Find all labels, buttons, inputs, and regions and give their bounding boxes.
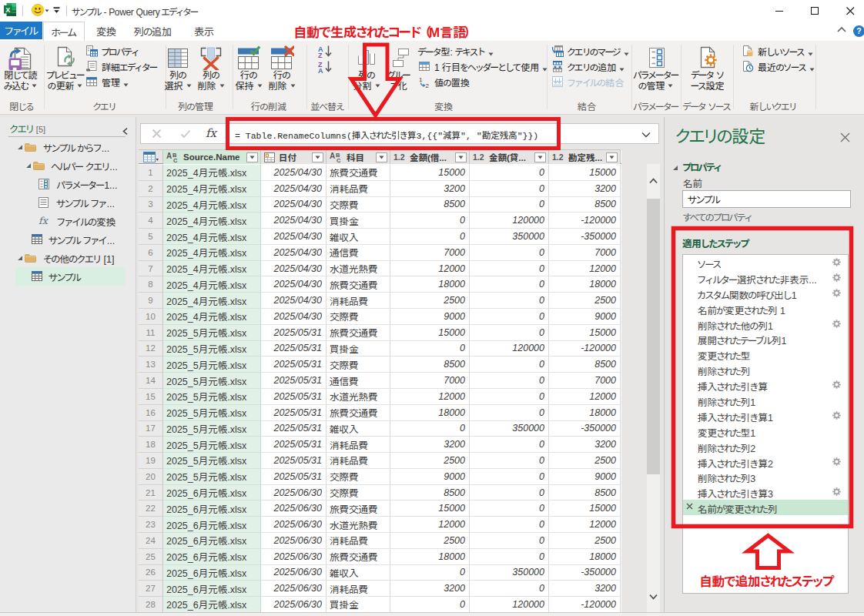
step-settings-gear-icon[interactable] — [832, 380, 841, 389]
cell[interactable]: 交際費 — [327, 357, 390, 373]
cell[interactable]: 120000 — [470, 213, 549, 229]
cell[interactable]: -120000 — [549, 597, 621, 612]
cell[interactable]: 旅費交通費 — [327, 276, 390, 293]
applied-step[interactable]: 挿入された引き算1 — [683, 408, 848, 424]
cell[interactable]: 2025_5月元帳.xlsx — [163, 373, 261, 389]
cell[interactable]: 2025_6月元帳.xlsx — [163, 533, 261, 549]
ribbon-button-advanced-editor[interactable]: 詳細エディター — [85, 59, 157, 74]
cell[interactable]: 2025_4月元帳.xlsx — [163, 181, 261, 197]
delete-step-icon[interactable] — [686, 503, 693, 510]
cell[interactable]: 2025/04/30 — [261, 213, 327, 229]
cell[interactable]: 12000 — [390, 389, 470, 405]
cell[interactable]: 水道光熱費 — [327, 389, 390, 405]
cell[interactable]: 7000 — [549, 245, 621, 261]
column-header-debit[interactable]: 1.2金額(借... — [390, 149, 470, 164]
cell[interactable]: 8500 — [549, 485, 621, 501]
cell[interactable]: 15000 — [390, 500, 470, 517]
cell[interactable]: 0 — [470, 293, 549, 309]
cell[interactable]: 2025/06/30 — [261, 549, 327, 565]
cell[interactable]: 12000 — [390, 517, 470, 533]
cell[interactable]: 18000 — [549, 276, 621, 293]
grid-corner-cell[interactable] — [139, 149, 163, 163]
cell[interactable]: 15000 — [390, 165, 470, 181]
cell[interactable]: 350000 — [470, 421, 549, 437]
filter-dropdown-icon[interactable] — [534, 152, 546, 162]
ribbon-button-merge-queries[interactable]: クエリのマージ — [551, 43, 629, 59]
cell[interactable]: 2025/06/30 — [261, 517, 327, 533]
cell[interactable]: 3200 — [549, 437, 621, 453]
cell[interactable]: 2500 — [390, 453, 470, 469]
cell[interactable]: 2025_5月元帳.xlsx — [163, 469, 261, 485]
applied-step[interactable]: ソース — [683, 255, 848, 270]
cell[interactable]: 7000 — [390, 373, 470, 389]
maximize-button[interactable] — [798, 0, 832, 22]
cell[interactable]: 0 — [390, 421, 470, 437]
cell[interactable]: 旅費交通費 — [327, 500, 390, 517]
cell[interactable]: 0 — [470, 533, 549, 549]
cell[interactable]: 2025_4月元帳.xlsx — [163, 276, 261, 293]
step-settings-gear-icon[interactable] — [832, 320, 841, 328]
cell[interactable]: 0 — [470, 197, 549, 213]
formula-confirm-icon[interactable] — [180, 129, 191, 139]
cell[interactable]: 2025/05/31 — [261, 421, 327, 437]
cell[interactable]: 2500 — [549, 453, 621, 469]
applied-step[interactable]: 削除された列2 — [683, 439, 848, 454]
cell[interactable]: 2025/04/30 — [261, 293, 327, 309]
step-settings-gear-icon[interactable] — [832, 273, 841, 282]
cell[interactable]: 交際費 — [327, 469, 390, 485]
cell[interactable]: 消耗品費 — [327, 181, 390, 197]
query-name-input[interactable]: サンプル — [682, 190, 851, 208]
column-header-date[interactable]: 日付 — [261, 149, 327, 164]
cell[interactable]: 0 — [470, 389, 549, 405]
cell[interactable]: 0 — [470, 276, 549, 293]
cell[interactable]: 0 — [470, 437, 549, 453]
cell[interactable]: 消耗品費 — [327, 581, 390, 597]
step-settings-gear-icon[interactable] — [832, 258, 841, 266]
cell[interactable]: 消耗品費 — [327, 533, 390, 549]
cell[interactable]: 2025_5月元帳.xlsx — [163, 453, 261, 469]
cell[interactable]: 0 — [470, 500, 549, 517]
ribbon-button-append-queries[interactable]: クエリの追加 — [551, 59, 625, 74]
ribbon-button-recent-sources[interactable]: 最近のソース — [742, 59, 815, 74]
column-header-source-name[interactable]: ABCSource.Name — [163, 149, 261, 164]
cell[interactable]: 9000 — [549, 309, 621, 325]
cell[interactable]: 2025/06/30 — [261, 485, 327, 501]
collapse-ribbon-icon[interactable] — [836, 26, 847, 33]
cell[interactable]: 0 — [470, 357, 549, 373]
cell[interactable]: 18000 — [390, 549, 470, 565]
applied-step[interactable]: 挿入された引き算 — [683, 377, 848, 393]
applied-step[interactable]: 削除された他の列1 — [683, 316, 848, 332]
all-properties-link[interactable]: すべてのプロパティ — [683, 209, 752, 224]
cell[interactable]: 2025/06/30 — [261, 581, 327, 597]
applied-step[interactable]: フィルター選択された非表示... — [683, 270, 848, 286]
cell[interactable]: 2025_5月元帳.xlsx — [163, 437, 261, 453]
applied-step-selected[interactable]: 名前が変更された列 — [683, 500, 848, 515]
properties-expander-icon[interactable] — [672, 165, 678, 171]
cell[interactable]: 8500 — [549, 357, 621, 373]
tree-expander-icon[interactable] — [25, 162, 32, 169]
cell[interactable]: 12000 — [549, 261, 621, 277]
cell[interactable]: 15000 — [390, 325, 470, 341]
cell[interactable]: 2025/04/30 — [261, 309, 327, 325]
filter-dropdown-icon[interactable] — [312, 152, 323, 162]
cell[interactable]: 2025_4月元帳.xlsx — [163, 245, 261, 261]
cell[interactable]: 2500 — [549, 293, 621, 309]
cell[interactable]: 0 — [470, 517, 549, 533]
query-item[interactable]: fxファイルの変換 — [0, 212, 136, 230]
cell[interactable]: 2025_4月元帳.xlsx — [163, 309, 261, 325]
cell[interactable]: -350000 — [549, 421, 621, 437]
cell[interactable]: 8500 — [390, 197, 470, 213]
cell[interactable]: 0 — [470, 309, 549, 325]
tab-add-column[interactable]: 列の追加 — [128, 22, 178, 41]
collapse-queries-pane-icon[interactable] — [122, 127, 129, 136]
column-header-credit[interactable]: 1.2金額(貸... — [470, 149, 549, 164]
close-settings-icon[interactable] — [840, 132, 850, 142]
cell[interactable]: 18000 — [390, 276, 470, 293]
applied-step[interactable]: 名前が変更された列 1 — [683, 301, 848, 316]
cell[interactable]: 3200 — [390, 581, 470, 597]
applied-step[interactable]: カスタム関数の呼び出し1 — [683, 286, 848, 301]
cell[interactable]: 120000 — [470, 597, 549, 612]
cell[interactable]: 0 — [470, 261, 549, 277]
cell[interactable]: 350000 — [470, 565, 549, 581]
query-item[interactable]: パラメーター1... — [0, 175, 136, 193]
